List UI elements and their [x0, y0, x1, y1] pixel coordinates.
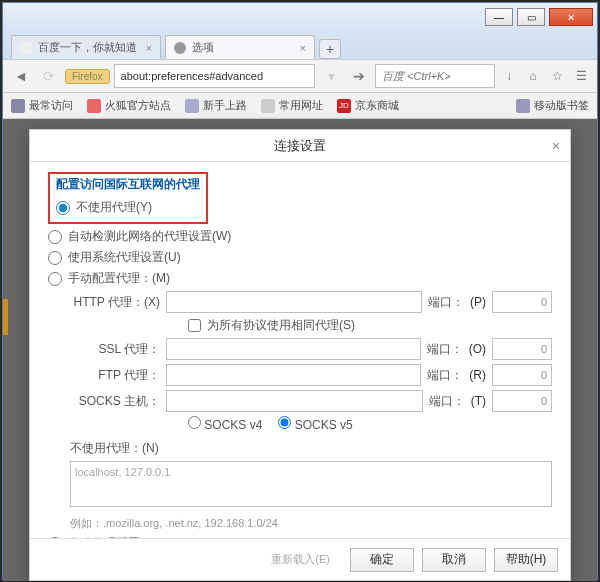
tab-strip: 百度一下，你就知道 × 选项 × +	[3, 31, 597, 59]
ssl-proxy-input[interactable]	[166, 338, 421, 360]
http-proxy-input[interactable]	[166, 291, 422, 313]
socks-v4-radio[interactable]: SOCKS v4	[188, 416, 262, 432]
tab-baidu[interactable]: 百度一下，你就知道 ×	[11, 35, 161, 59]
downloads-icon[interactable]: ↓	[499, 66, 519, 86]
bookmark-mobile[interactable]: 移动版书签	[516, 98, 589, 113]
close-window-button[interactable]: ✕	[549, 8, 593, 26]
nav-bar: ◄ ⟳ Firefox ▾ ➔ ↓ ⌂ ☆ ☰	[3, 59, 597, 93]
dialog-title: 连接设置	[274, 137, 326, 155]
bookmark-most-visited[interactable]: 最常访问	[11, 98, 73, 113]
http-proxy-label: HTTP 代理：(X)	[70, 294, 160, 311]
port-label: 端口：	[428, 294, 464, 311]
radio-system-input[interactable]	[48, 251, 62, 265]
radio-no-proxy[interactable]: 不使用代理(Y)	[56, 199, 200, 216]
dialog-footer: 重新载入(E) 确定 取消 帮助(H)	[30, 538, 570, 580]
socks-port-input[interactable]	[492, 390, 552, 412]
dropdown-icon[interactable]: ▾	[319, 64, 343, 88]
no-proxy-label: 不使用代理：(N)	[70, 440, 552, 457]
dialog-close-button[interactable]: ×	[552, 138, 560, 154]
bookmarks-bar: 最常访问 火狐官方站点 新手上路 常用网址 JD京东商城 移动版书签	[3, 93, 597, 119]
radio-no-proxy-input[interactable]	[56, 201, 70, 215]
http-port-input[interactable]	[492, 291, 552, 313]
socks-v5-radio[interactable]: SOCKS v5	[278, 416, 352, 432]
reload-label: 重新载入(E)	[271, 552, 330, 567]
highlight-box: 配置访问国际互联网的代理 不使用代理(Y)	[48, 172, 208, 224]
socks-host-input[interactable]	[166, 390, 423, 412]
same-proxy-checkbox-row[interactable]: 为所有协议使用相同代理(S)	[188, 317, 552, 334]
radio-system-proxy[interactable]: 使用系统代理设置(U)	[48, 249, 552, 266]
maximize-button[interactable]: ▭	[517, 8, 545, 26]
bookmark-jd[interactable]: JD京东商城	[337, 98, 399, 113]
home-icon[interactable]: ⌂	[523, 66, 543, 86]
reload-button[interactable]: ⟳	[37, 64, 61, 88]
radio-auto-input[interactable]	[48, 230, 62, 244]
bookmark-common[interactable]: 常用网址	[261, 98, 323, 113]
bookmark-star-icon[interactable]: ☆	[547, 66, 567, 86]
search-input[interactable]	[375, 64, 495, 88]
new-tab-button[interactable]: +	[319, 39, 341, 59]
window-titlebar: — ▭ ✕	[3, 3, 597, 31]
ftp-proxy-label: FTP 代理：	[70, 367, 160, 384]
same-proxy-checkbox[interactable]	[188, 319, 201, 332]
gear-icon	[174, 42, 186, 54]
ssl-proxy-label: SSL 代理：	[70, 341, 160, 358]
ftp-proxy-input[interactable]	[166, 364, 421, 386]
section-title: 配置访问国际互联网的代理	[56, 176, 200, 193]
firefox-badge: Firefox	[65, 69, 110, 84]
minimize-button[interactable]: —	[485, 8, 513, 26]
close-icon[interactable]: ×	[300, 42, 306, 54]
bookmark-firefox[interactable]: 火狐官方站点	[87, 98, 171, 113]
menu-icon[interactable]: ☰	[571, 66, 591, 86]
radio-manual-proxy[interactable]: 手动配置代理：(M)	[48, 270, 552, 287]
help-button[interactable]: 帮助(H)	[494, 548, 558, 572]
cancel-button[interactable]: 取消	[422, 548, 486, 572]
example-text: 例如：.mozilla.org, .net.nz, 192.168.1.0/24	[70, 516, 552, 531]
no-proxy-textarea[interactable]: localhost, 127.0.0.1	[70, 461, 552, 507]
tab-label: 选项	[192, 40, 214, 55]
dialog-header: 连接设置 ×	[30, 130, 570, 162]
favicon-icon	[20, 42, 32, 54]
ssl-port-input[interactable]	[492, 338, 552, 360]
back-button[interactable]: ◄	[9, 64, 33, 88]
bookmark-newbie[interactable]: 新手上路	[185, 98, 247, 113]
socks-host-label: SOCKS 主机：	[70, 393, 160, 410]
content-area: 连接设置 × 配置访问国际互联网的代理 不使用代理(Y) 自动检测此网络的代理设…	[3, 119, 597, 581]
url-input[interactable]	[114, 64, 315, 88]
ok-button[interactable]: 确定	[350, 548, 414, 572]
radio-auto-detect[interactable]: 自动检测此网络的代理设置(W)	[48, 228, 552, 245]
ftp-port-input[interactable]	[492, 364, 552, 386]
radio-manual-input[interactable]	[48, 272, 62, 286]
close-icon[interactable]: ×	[146, 42, 152, 54]
connection-settings-dialog: 连接设置 × 配置访问国际互联网的代理 不使用代理(Y) 自动检测此网络的代理设…	[29, 129, 571, 581]
tab-options[interactable]: 选项 ×	[165, 35, 315, 59]
tab-label: 百度一下，你就知道	[38, 40, 137, 55]
go-button[interactable]: ➔	[347, 64, 371, 88]
